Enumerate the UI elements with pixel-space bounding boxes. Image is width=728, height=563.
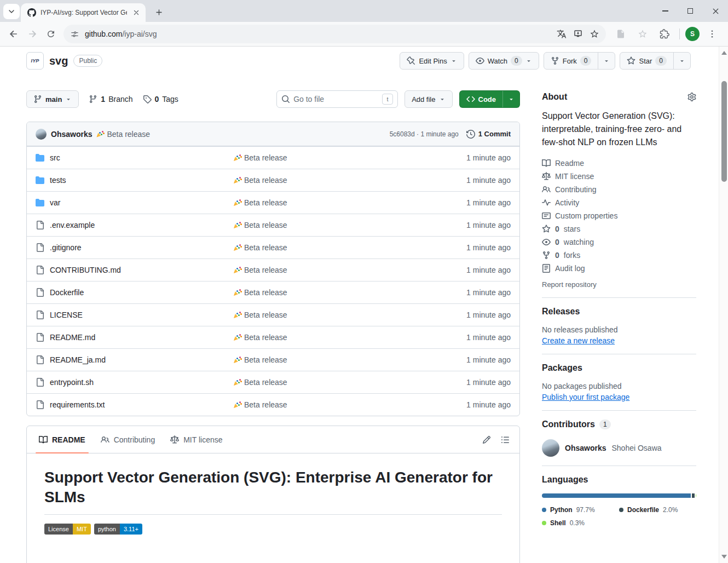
tags-link[interactable]: 0Tags [143, 95, 178, 104]
publish-package-link[interactable]: Publish your first package [542, 393, 629, 401]
file-row[interactable]: LICENSE Beta release 1 minute ago [27, 303, 519, 326]
row-commit-message-link[interactable]: Beta release [244, 355, 287, 364]
browser-menu-button[interactable] [703, 25, 721, 43]
extensions-button[interactable] [655, 25, 674, 43]
contributor-row[interactable]: Ohsaworks Shohei Osawa [542, 439, 696, 457]
reload-button[interactable] [42, 25, 60, 43]
packages-heading[interactable]: Packages [542, 363, 582, 372]
commit-message-link[interactable]: Beta release [107, 130, 150, 139]
translate-button[interactable] [553, 26, 570, 42]
file-row[interactable]: entrypoint.sh Beta release 1 minute ago [27, 371, 519, 393]
about-link[interactable]: 0 watching [542, 235, 696, 249]
page-scrollbar[interactable] [719, 47, 728, 563]
file-row[interactable]: src Beta release 1 minute ago [27, 146, 519, 169]
side-panel-button[interactable] [611, 25, 630, 43]
file-name-link[interactable]: var [50, 198, 60, 207]
site-info-icon[interactable] [70, 30, 79, 39]
row-commit-message-link[interactable]: Beta release [244, 243, 287, 252]
language-legend-item[interactable]: Python 97.7% [542, 503, 619, 516]
tab-contributing[interactable]: Contributing [93, 426, 163, 453]
install-app-button[interactable] [570, 26, 586, 42]
row-commit-message-link[interactable]: Beta release [244, 333, 287, 342]
go-to-file-field[interactable] [293, 95, 379, 104]
branches-link[interactable]: 1Branch [89, 95, 132, 104]
extension-star-button[interactable] [633, 25, 652, 43]
about-link[interactable]: MIT license [542, 170, 696, 183]
fork-dropdown[interactable] [598, 53, 615, 69]
go-to-file-input[interactable]: t [276, 90, 398, 108]
file-row[interactable]: Dockerfile Beta release 1 minute ago [27, 281, 519, 303]
star-dropdown[interactable] [674, 53, 690, 69]
about-link[interactable]: Readme [542, 157, 696, 170]
file-row[interactable]: CONTRIBUTING.md Beta release 1 minute ag… [27, 258, 519, 281]
star-button[interactable]: Star0 [620, 52, 691, 70]
file-name-link[interactable]: .gitignore [50, 243, 82, 252]
file-row[interactable]: README.md Beta release 1 minute ago [27, 326, 519, 348]
create-release-link[interactable]: Create a new release [542, 336, 615, 345]
row-commit-message-link[interactable]: Beta release [244, 378, 287, 387]
about-link[interactable]: Contributing [542, 183, 696, 196]
tab-close-button[interactable] [131, 8, 141, 18]
add-file-button[interactable]: Add file [405, 90, 452, 108]
bookmark-button[interactable] [586, 26, 603, 42]
forward-button[interactable] [23, 25, 42, 43]
contributors-heading[interactable]: Contributors [542, 420, 595, 429]
file-name-link[interactable]: CONTRIBUTING.md [50, 266, 121, 274]
branch-select-button[interactable]: main [26, 90, 79, 108]
file-name-link[interactable]: README_ja.md [50, 355, 106, 364]
tab-readme[interactable]: README [31, 426, 93, 453]
repo-name[interactable]: svg [49, 55, 68, 67]
scroll-down-arrow[interactable] [721, 555, 727, 559]
browser-profile-avatar[interactable]: S [685, 27, 700, 41]
gear-icon[interactable] [687, 93, 696, 101]
commit-sha[interactable]: 5c6083d [390, 130, 415, 138]
about-link[interactable]: 0 forks [542, 249, 696, 262]
row-commit-message-link[interactable]: Beta release [244, 198, 287, 207]
language-legend-item[interactable]: Shell 0.3% [542, 516, 619, 530]
address-bar[interactable]: github.com/iyp-ai/svg [63, 25, 606, 43]
about-link[interactable]: Audit log [542, 262, 696, 275]
scroll-up-arrow[interactable] [721, 51, 727, 55]
row-commit-message-link[interactable]: Beta release [244, 221, 287, 229]
window-minimize-button[interactable] [652, 0, 678, 22]
file-name-link[interactable]: requirements.txt [50, 400, 105, 409]
tab-mit-license[interactable]: MIT license [163, 426, 230, 453]
commit-history-link[interactable]: 1 Commit [466, 130, 511, 139]
language-legend-item[interactable]: Dockerfile 2.0% [619, 503, 696, 516]
commit-author-link[interactable]: Ohsaworks [51, 130, 92, 139]
scrollbar-thumb[interactable] [721, 81, 727, 182]
browser-tab[interactable]: IYP-AI/svg: Support Vector Gen [21, 3, 146, 22]
code-button[interactable]: Code [459, 90, 521, 108]
fork-button[interactable]: Fork0 [544, 52, 616, 70]
commit-sha-time[interactable]: 5c6083d · 1 minute ago [390, 130, 459, 138]
report-repository-link[interactable]: Report repository [542, 280, 696, 289]
code-dropdown[interactable] [503, 91, 519, 107]
shield-badge[interactable]: License MIT [44, 524, 91, 535]
releases-heading[interactable]: Releases [542, 307, 580, 316]
row-commit-message-link[interactable]: Beta release [244, 153, 287, 162]
org-avatar[interactable]: IYP [26, 52, 44, 70]
file-name-link[interactable]: src [50, 153, 60, 162]
about-link[interactable]: Activity [542, 196, 696, 209]
window-maximize-button[interactable] [678, 0, 703, 22]
file-name-link[interactable]: LICENSE [50, 311, 83, 319]
row-commit-message-link[interactable]: Beta release [244, 176, 287, 185]
file-row[interactable]: .env.example Beta release 1 minute ago [27, 214, 519, 236]
contributor-avatar[interactable] [542, 439, 559, 457]
file-name-link[interactable]: Dockerfile [50, 288, 84, 297]
languages-bar[interactable] [542, 493, 696, 498]
row-commit-message-link[interactable]: Beta release [244, 266, 287, 274]
window-close-button[interactable] [703, 0, 728, 22]
file-row[interactable]: README_ja.md Beta release 1 minute ago [27, 348, 519, 371]
row-commit-message-link[interactable]: Beta release [244, 400, 287, 409]
about-link[interactable]: Custom properties [542, 209, 696, 222]
file-name-link[interactable]: tests [50, 176, 66, 185]
about-link[interactable]: 0 stars [542, 222, 696, 235]
contributor-username[interactable]: Ohsaworks [565, 444, 606, 452]
back-button[interactable] [4, 25, 23, 43]
file-row[interactable]: tests Beta release 1 minute ago [27, 169, 519, 191]
watch-button[interactable]: Watch0 [469, 52, 539, 70]
file-name-link[interactable]: README.md [50, 333, 95, 342]
shield-badge[interactable]: python 3.11+ [94, 524, 142, 535]
file-row[interactable]: requirements.txt Beta release 1 minute a… [27, 393, 519, 416]
